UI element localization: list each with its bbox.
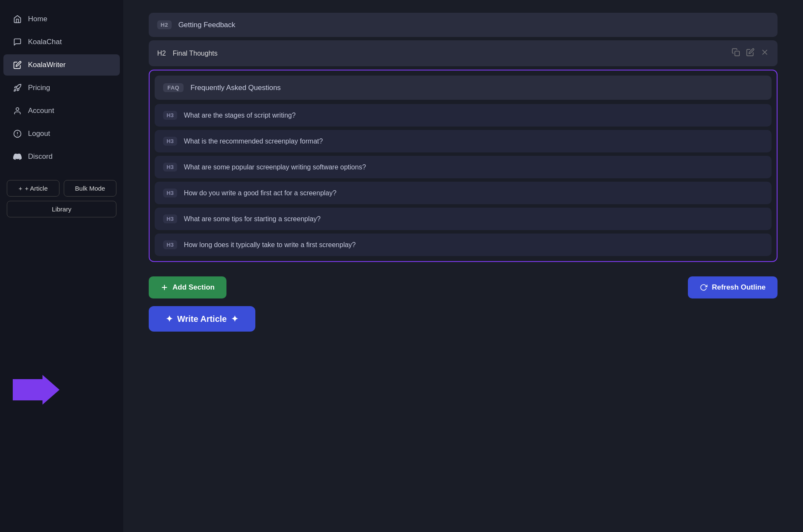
edit-icon[interactable] — [746, 48, 755, 59]
faq-subrow-1: H3 What is the recommended screenplay fo… — [155, 130, 772, 152]
sidebar: Home KoalaChat KoalaWriter Pricing Accou… — [0, 0, 123, 532]
row-title-final-thoughts: Final Thoughts — [172, 50, 218, 57]
sidebar-item-label: Home — [28, 15, 47, 23]
add-section-button[interactable]: Add Section — [149, 276, 226, 298]
refresh-outline-button[interactable]: Refresh Outline — [688, 276, 778, 298]
h3-badge: H3 — [163, 189, 177, 197]
logout-icon — [13, 129, 22, 138]
sidebar-item-koalachat[interactable]: KoalaChat — [3, 31, 120, 53]
h3-badge: H3 — [163, 137, 177, 146]
sidebar-item-pricing[interactable]: Pricing — [3, 77, 120, 99]
sparkle-right: ✦ — [231, 314, 238, 324]
sidebar-actions: + + Article Bulk Mode Library — [0, 173, 123, 221]
account-icon — [13, 106, 22, 115]
svg-point-0 — [16, 108, 19, 111]
arrow-right-icon — [13, 375, 59, 405]
article-label: + Article — [25, 185, 48, 192]
article-button[interactable]: + + Article — [7, 180, 59, 197]
faq-question-5: How long does it typically take to write… — [184, 241, 356, 249]
write-article-row: ✦ Write Article ✦ — [149, 298, 778, 332]
sidebar-item-label: Discord — [28, 152, 53, 161]
faq-question-3: How do you write a good first act for a … — [184, 189, 336, 197]
row-title-getting-feedback: Getting Feedback — [178, 21, 769, 29]
faq-section: FAQ Frequently Asked Questions H3 What a… — [149, 70, 778, 262]
faq-subrows: H3 What are the stages of script writing… — [155, 104, 772, 256]
outline-row-final-thoughts: H2 Final Thoughts — [149, 40, 778, 66]
write-article-label: Write Article — [177, 314, 227, 324]
faq-header: FAQ Frequently Asked Questions — [155, 76, 772, 100]
h3-badge: H3 — [163, 240, 177, 249]
writer-icon — [13, 60, 22, 70]
faq-subrow-5: H3 How long does it typically take to wr… — [155, 234, 772, 256]
refresh-icon — [700, 284, 707, 291]
svg-rect-5 — [735, 51, 740, 56]
sidebar-item-label: KoalaChat — [28, 38, 62, 46]
h3-badge: H3 — [163, 163, 177, 172]
sidebar-actions-row: + + Article Bulk Mode — [7, 180, 116, 197]
faq-badge: FAQ — [163, 83, 184, 92]
faq-title: Frequently Asked Questions — [190, 84, 281, 92]
faq-subrow-0: H3 What are the stages of script writing… — [155, 104, 772, 127]
discord-icon — [13, 152, 22, 161]
sidebar-item-account[interactable]: Account — [3, 100, 120, 121]
h3-badge: H3 — [163, 214, 177, 223]
row-actions — [732, 48, 769, 59]
faq-question-4: What are some tips for starting a screen… — [184, 215, 321, 223]
faq-subrow-2: H3 What are some popular screenplay writ… — [155, 156, 772, 178]
chat-icon — [13, 37, 22, 47]
h2-badge: H2 — [157, 20, 172, 29]
sidebar-item-label: Logout — [28, 129, 50, 138]
outline-row-getting-feedback: H2 Getting Feedback — [149, 13, 778, 37]
sparkle-left: ✦ — [166, 314, 173, 324]
sidebar-item-koalawriter[interactable]: KoalaWriter — [3, 54, 120, 76]
plus-icon — [161, 284, 168, 291]
sidebar-item-home[interactable]: Home — [3, 8, 120, 30]
sidebar-item-logout[interactable]: Logout — [3, 123, 120, 144]
faq-question-0: What are the stages of script writing? — [184, 112, 296, 119]
rocket-icon — [13, 83, 22, 93]
write-article-button[interactable]: ✦ Write Article ✦ — [149, 306, 255, 332]
home-icon — [13, 14, 22, 24]
faq-question-1: What is the recommended screenplay forma… — [184, 138, 323, 145]
sidebar-item-label: Account — [28, 107, 54, 115]
sidebar-item-label: Pricing — [28, 84, 50, 92]
plus-icon: + — [19, 185, 23, 192]
copy-icon[interactable] — [732, 48, 740, 59]
close-icon[interactable] — [761, 48, 769, 59]
svg-marker-4 — [13, 375, 59, 405]
main-content: H2 Getting Feedback H2 Final Thoughts FA… — [123, 0, 803, 532]
sidebar-item-label: KoalaWriter — [28, 61, 66, 69]
faq-question-2: What are some popular screenplay writing… — [184, 163, 366, 171]
library-button[interactable]: Library — [7, 201, 116, 217]
h3-badge: H3 — [163, 111, 177, 120]
h2-badge: H2 — [157, 50, 166, 57]
sidebar-item-discord[interactable]: Discord — [3, 146, 120, 167]
add-section-label: Add Section — [172, 283, 215, 292]
action-bar: Add Section Refresh Outline — [149, 276, 778, 298]
refresh-label: Refresh Outline — [712, 283, 766, 292]
faq-subrow-4: H3 What are some tips for starting a scr… — [155, 208, 772, 230]
bulk-mode-button[interactable]: Bulk Mode — [64, 180, 116, 197]
faq-subrow-3: H3 How do you write a good first act for… — [155, 182, 772, 204]
